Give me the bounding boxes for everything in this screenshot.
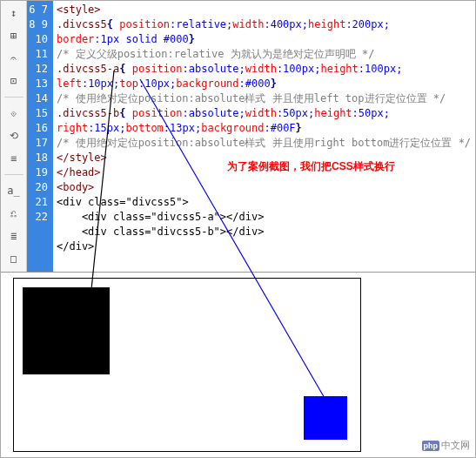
line-number-gutter: 6 7 8 9 10 11 12 13 14 15 16 17 18 19 20… <box>27 1 53 272</box>
tool-icon[interactable]: ⎌ <box>5 205 23 222</box>
annotation-text: 为了案例截图，我们把CSS样式换行 <box>227 159 395 174</box>
tool-icon[interactable]: a̲ <box>5 182 23 199</box>
demo-container <box>13 278 361 452</box>
tool-icon[interactable]: ⟲ <box>5 127 23 145</box>
tool-icon[interactable]: ⊞ <box>5 27 23 44</box>
separator <box>4 174 23 175</box>
tool-icon[interactable]: ≡ <box>5 150 23 167</box>
watermark: php 中文网 <box>422 439 471 452</box>
tool-icon[interactable]: □ <box>5 250 23 267</box>
box-a <box>23 287 110 374</box>
tool-icon[interactable]: ⟐ <box>5 104 23 122</box>
tool-icon[interactable]: 𝄐 <box>5 50 23 67</box>
separator <box>4 97 23 98</box>
tool-icon[interactable]: ↕ <box>5 4 23 22</box>
preview-pane <box>1 273 475 457</box>
watermark-text: 中文网 <box>441 439 470 452</box>
box-b <box>304 396 347 440</box>
tool-icon[interactable]: ⊡ <box>5 72 23 90</box>
watermark-badge: php <box>422 441 440 451</box>
tool-icon[interactable]: ≣ <box>5 227 23 245</box>
code-area[interactable]: <style> .divcss5{ position:relative;widt… <box>53 1 475 272</box>
editor-pane: ↕ ⊞ 𝄐 ⊡ ⟐ ⟲ ≡ a̲ ⎌ ≣ □ 6 7 8 9 10 11 12 … <box>1 1 475 273</box>
tool-gutter: ↕ ⊞ 𝄐 ⊡ ⟐ ⟲ ≡ a̲ ⎌ ≣ □ <box>1 1 27 272</box>
